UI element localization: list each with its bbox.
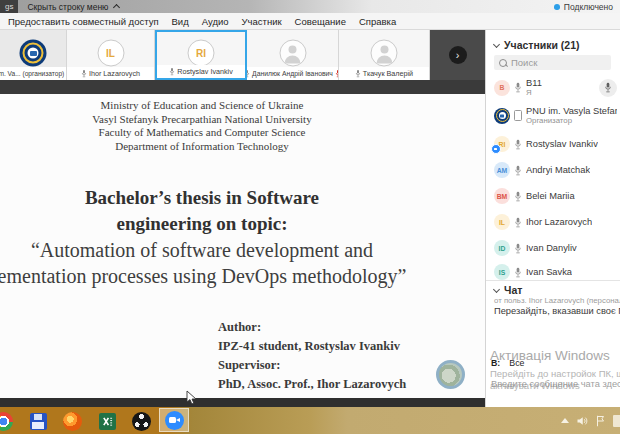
connection-icon — [554, 4, 560, 10]
next-videos-button[interactable]: › — [449, 46, 467, 64]
action-center-flag-icon[interactable] — [595, 415, 606, 427]
chat-header-label: Чат — [504, 284, 522, 296]
participant-subtitle: Организатор — [526, 116, 617, 125]
participant-video-name: і im. Va... (организатор) — [0, 70, 64, 77]
thesis-title-line1: Bachelor’s thesis in Software — [0, 185, 452, 211]
video-label: і im. Va... (организатор) — [0, 67, 66, 80]
avatar: IS — [494, 264, 510, 280]
app-window: gs Скрыть строку меню Подключено Предост… — [0, 0, 620, 434]
background-window-fragment: gs — [0, 0, 18, 13]
participant-row[interactable]: IL Ihor Lazarovych — [494, 214, 617, 230]
chat-section-header[interactable]: Чат — [494, 284, 522, 296]
mic-icon — [81, 69, 87, 78]
video-thumbnail-rostyslav-active[interactable]: RI Rostyslav Ivankiv — [155, 30, 247, 80]
zoom-app-icon — [165, 411, 184, 430]
participant-video-name: Данилюк Андрій Іванович — [252, 70, 333, 77]
video-thumbnail-danyliuk[interactable]: Данилюк Андрій Іванович — [247, 30, 339, 80]
connection-status-label: Подключено — [564, 2, 613, 12]
volume-icon[interactable] — [576, 415, 588, 427]
participants-chat-panel: Участники (21) Поиск B B11 Я PNU im. Vas… — [485, 30, 620, 407]
hide-menu-bar-toggle[interactable]: Скрыть строку меню — [27, 2, 118, 12]
participant-row[interactable]: IS Ivan Savka — [494, 264, 617, 280]
chevron-down-icon — [493, 40, 500, 47]
taskbar-zoom-button-active[interactable] — [159, 408, 189, 432]
participant-search-input[interactable]: Поиск — [494, 55, 611, 70]
menu-item-audio[interactable]: Аудио — [202, 16, 229, 27]
participant-name: Ihor Lazarovych — [526, 217, 592, 227]
device-icon — [514, 110, 522, 121]
person-silhouette-icon — [279, 40, 306, 67]
video-thumbnail-tkachuk[interactable]: Ткачук Валерій — [339, 30, 430, 80]
menu-item-participant[interactable]: Участник — [242, 16, 282, 27]
avatar: ID — [494, 240, 510, 256]
participants-count-label: Участники (21) — [504, 39, 580, 51]
thesis-topic-line1: “Automation of software development and — [0, 237, 452, 263]
thesis-topic-line2: ementation processes using DevOps method… — [0, 263, 452, 289]
taskbar-firefox-button[interactable] — [60, 411, 84, 431]
tray-show-hidden-icons[interactable] — [561, 418, 569, 423]
taskbar-excel-button[interactable] — [95, 411, 119, 431]
avatar: BM — [494, 188, 510, 204]
person-silhouette-icon — [371, 40, 398, 67]
avatar-initials: BM — [497, 193, 508, 200]
slide-header-line: Vasyl Stefanyk Precarpathian National Un… — [0, 113, 452, 127]
chat-recipient-selector[interactable]: В: Все — [491, 358, 524, 368]
initials-avatar: IL — [97, 40, 124, 67]
participant-row[interactable]: AM Andryi Matchak — [494, 162, 617, 178]
menu-item-meeting[interactable]: Совещание — [295, 16, 346, 27]
camera-on-badge-icon — [491, 144, 501, 154]
video-thumbnail-ihor[interactable]: IL Ihor Lazarovych — [67, 30, 155, 80]
taskbar-obs-button[interactable] — [129, 411, 153, 431]
mic-icon — [247, 69, 250, 78]
avatar: AM — [494, 162, 510, 178]
pnu-logo-avatar — [20, 40, 47, 67]
slide-centered-text: Ministry of Education and Science of Ukr… — [0, 99, 452, 289]
participant-row[interactable]: BM Belei Mariia — [494, 188, 617, 204]
chat-input[interactable]: Введите сообщение чата здесь — [491, 379, 620, 389]
unmute-button[interactable] — [599, 79, 617, 97]
video-filmstrip: і im. Va... (организатор) IL Ihor Lazaro… — [0, 30, 485, 80]
participant-row[interactable]: B B11 Я — [494, 78, 617, 97]
initials-avatar: RI — [188, 40, 215, 67]
avatar-initials: B — [500, 84, 505, 91]
mic-icon — [514, 217, 522, 228]
participant-row[interactable]: RI Rostyslav Ivankiv — [494, 136, 617, 152]
supervisor-value: PhD, Assoc. Prof., Ihor Lazarovych — [218, 375, 406, 394]
avatar: IL — [494, 214, 510, 230]
mic-icon — [514, 191, 522, 202]
tray-partial-icon[interactable] — [613, 415, 620, 427]
windows-taskbar — [0, 407, 620, 434]
chat-message-text: Перезайдіть, вказавши своє ПІБ — [494, 306, 620, 316]
participant-row[interactable]: ID Ivan Danyliv — [494, 240, 617, 256]
avatar: B — [494, 80, 510, 96]
menu-item-view[interactable]: Вид — [172, 16, 189, 27]
firefox-icon — [63, 412, 82, 431]
participant-row[interactable]: PNU im. Vasyla Stefanyka Организатор — [494, 106, 617, 125]
taskbar-chrome-button[interactable] — [0, 411, 15, 431]
slide-header-line: Department of Information Technology — [0, 140, 452, 154]
connection-status: Подключено — [554, 2, 620, 12]
video-thumbnail-organizer[interactable]: і im. Va... (организатор) — [0, 30, 67, 80]
search-icon — [499, 59, 507, 67]
taskbar-floppy-app-button[interactable] — [26, 411, 50, 431]
menu-item-share[interactable]: Предоставить совместный доступ — [8, 16, 159, 27]
video-label: Ihor Lazarovych — [67, 67, 154, 80]
participant-video-name: Rostyslav Ivankiv — [177, 67, 233, 76]
avatar-initials: IS — [499, 269, 505, 276]
participants-section-header[interactable]: Участники (21) — [494, 39, 580, 51]
meeting-top-bar: gs Скрыть строку меню Подключено — [0, 0, 620, 13]
avatar-initials: ID — [499, 245, 506, 252]
mic-icon — [514, 165, 522, 176]
participant-name: PNU im. Vasyla Stefanyka — [526, 106, 617, 116]
participant-video-name: Ihor Lazarovych — [89, 69, 140, 78]
avatar: RI — [494, 136, 510, 152]
hide-menu-label: Скрыть строку меню — [27, 2, 108, 12]
chrome-icon — [0, 412, 13, 431]
participant-name: B11 — [526, 78, 542, 88]
thesis-title-line2: engineering on topic: — [0, 211, 452, 237]
menu-item-help[interactable]: Справка — [359, 16, 396, 27]
windows-activation-watermark-line2: Перейдіть до настройок ПК, щоб — [490, 368, 620, 379]
mic-icon — [514, 82, 522, 93]
avatar-initials: AM — [497, 167, 508, 174]
video-label: Данилюк Андрій Іванович — [247, 67, 338, 80]
